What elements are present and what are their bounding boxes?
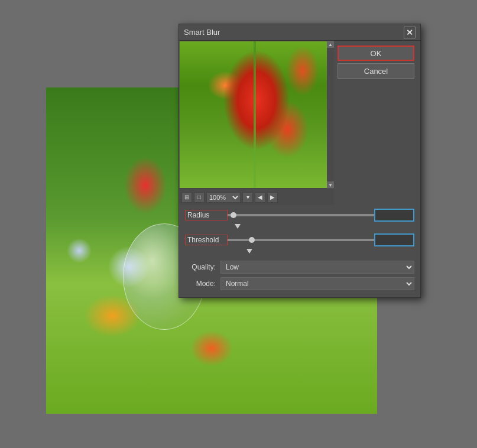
scroll-down-arrow[interactable]: ▼ [327, 181, 334, 189]
right-panel: OK Cancel [334, 41, 418, 205]
dialog-title: Smart Blur [184, 28, 220, 37]
ok-button[interactable]: OK [338, 46, 414, 61]
cancel-button[interactable]: Cancel [338, 63, 414, 79]
close-button[interactable]: ✕ [404, 27, 416, 38]
top-content: ▲ ▼ ⊞ □ 25% 50% 100% 200% 300% ▾ [179, 41, 420, 205]
threshold-input[interactable]: 15.0 [374, 233, 414, 246]
threshold-slider[interactable] [228, 239, 374, 241]
radius-label: Radius [185, 210, 228, 220]
dialog-body: ▲ ▼ ⊞ □ 25% 50% 100% 200% 300% ▾ [179, 41, 420, 297]
radius-slider[interactable] [228, 214, 374, 216]
zoom-dropdown-btn[interactable]: ▾ [242, 192, 253, 203]
radius-slider-thumb [235, 224, 241, 229]
parameters-section: Radius 1.5 Threshold 15.0 [179, 205, 420, 297]
mode-select[interactable]: Normal Edge Only Overlay Edge [220, 277, 414, 290]
radius-thumb-row [233, 224, 414, 230]
threshold-label: Threshold [185, 235, 228, 245]
mode-label: Mode: [185, 280, 216, 288]
scroll-up-arrow[interactable]: ▲ [327, 41, 334, 48]
radius-slider-area [228, 214, 374, 216]
grid-toggle-button[interactable]: ⊞ [181, 192, 192, 203]
quality-row: Quality: Low Medium High [185, 261, 414, 274]
preview-toggle-button[interactable]: □ [194, 192, 205, 203]
quality-label: Quality: [185, 263, 216, 271]
preview-image [179, 41, 334, 189]
radius-row: Radius 1.5 [185, 209, 414, 222]
threshold-row: Threshold 15.0 [185, 233, 414, 246]
radius-input[interactable]: 1.5 [374, 209, 414, 222]
dialog-titlebar: Smart Blur ✕ [179, 24, 420, 41]
nav-right-button[interactable]: ▶ [267, 192, 278, 203]
zoom-select[interactable]: 25% 50% 100% 200% 300% [206, 192, 241, 203]
threshold-thumb-row [233, 249, 414, 255]
quality-select[interactable]: Low Medium High [220, 261, 414, 274]
mode-row: Mode: Normal Edge Only Overlay Edge [185, 277, 414, 290]
threshold-slider-area [228, 239, 374, 241]
preview-controls: ⊞ □ 25% 50% 100% 200% 300% ▾ ◀ ▶ [179, 189, 334, 205]
preview-scrollbar-v[interactable]: ▲ ▼ [327, 41, 334, 189]
threshold-slider-thumb [246, 249, 252, 254]
smart-blur-dialog: Smart Blur ✕ ▲ ▼ ⊞ □ 25% [179, 24, 421, 298]
preview-wrapper: ▲ ▼ ⊞ □ 25% 50% 100% 200% 300% ▾ [179, 41, 334, 205]
scroll-track-v [327, 48, 334, 181]
nav-left-button[interactable]: ◀ [255, 192, 265, 203]
